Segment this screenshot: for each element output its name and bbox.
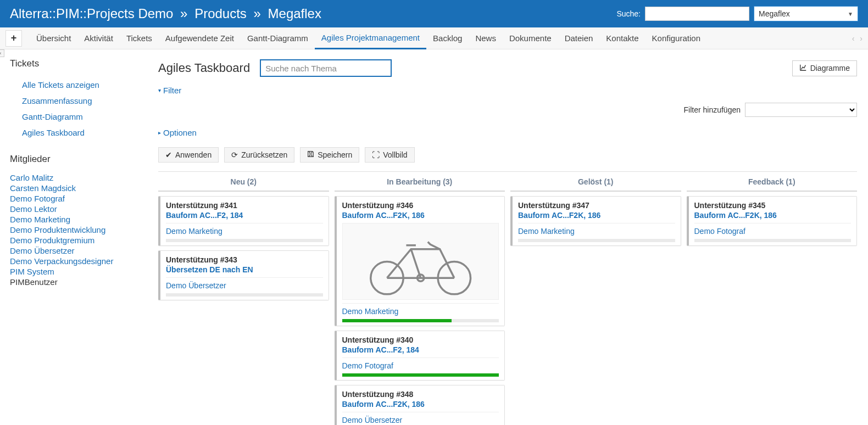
member-link[interactable]: Demo Fotograf — [10, 194, 65, 203]
check-icon: ✔ — [165, 150, 172, 159]
member-link[interactable]: Carsten Magdsick — [10, 183, 76, 193]
tab-news[interactable]: News — [469, 27, 503, 49]
card-type: Unterstützung #348 — [342, 390, 499, 399]
tab-gantt-diagramm[interactable]: Gantt-Diagramm — [241, 27, 315, 49]
card-subject[interactable]: Übersetzen DE nach EN — [166, 265, 323, 274]
task-card[interactable]: Unterstützung #348Bauform AC...F2K, 186D… — [335, 385, 505, 425]
breadcrumb-products[interactable]: Products — [194, 6, 247, 21]
breadcrumb: Alterra::PIM::Projects Demo » Products »… — [10, 6, 616, 21]
tab-kontakte[interactable]: Kontakte — [599, 27, 645, 49]
options-toggle[interactable]: ▸ Optionen — [158, 128, 857, 137]
chart-icon — [799, 64, 807, 73]
tab-dateien[interactable]: Dateien — [558, 27, 600, 49]
reset-button[interactable]: ⟳ Zurücksetzen — [224, 147, 294, 163]
diagrams-label: Diagramme — [810, 64, 850, 72]
sidebar-link[interactable]: Alle Tickets anzeigen — [22, 80, 99, 90]
card-assignee[interactable]: Demo Marketing — [166, 227, 323, 236]
column-header: Neu (2) — [158, 172, 329, 192]
sidebar-link[interactable]: Zusammenfassung — [22, 96, 92, 105]
tab-tickets[interactable]: Tickets — [120, 27, 159, 49]
tab-scroll-right[interactable]: › — [860, 34, 863, 43]
save-icon — [307, 150, 314, 159]
card-progress — [166, 293, 323, 297]
tab-konfiguration[interactable]: Konfiguration — [646, 27, 707, 49]
project-selected-label: Megaflex — [759, 9, 790, 18]
card-type: Unterstützung #346 — [342, 201, 499, 210]
card-subject[interactable]: Bauform AC...F2K, 186 — [518, 211, 675, 220]
member-link[interactable]: PIM System — [10, 267, 54, 276]
member-link[interactable]: Demo Produktgremium — [10, 236, 94, 245]
expand-icon: ⛶ — [372, 150, 380, 159]
member-link[interactable]: Carlo Malitz — [10, 173, 53, 182]
top-bar: Alterra::PIM::Projects Demo » Products »… — [0, 0, 868, 27]
tab-dokumente[interactable]: Dokumente — [503, 27, 558, 49]
chevron-right-icon: ▸ — [158, 130, 161, 136]
card-progress — [342, 319, 499, 322]
tab-aufgewendete-zeit[interactable]: Aufgewendete Zeit — [159, 27, 241, 49]
member-link[interactable]: Demo Marketing — [10, 215, 70, 224]
card-progress — [166, 239, 323, 242]
board-column: Gelöst (1)Unterstützung #347Bauform AC..… — [510, 172, 681, 425]
card-progress — [518, 239, 675, 242]
task-card[interactable]: Unterstützung #345Bauform AC...F2K, 186D… — [687, 196, 858, 246]
search-input[interactable] — [645, 7, 749, 21]
fullscreen-button[interactable]: ⛶ Vollbild — [365, 147, 414, 163]
topic-search-input[interactable] — [260, 59, 392, 77]
project-selector[interactable]: Megaflex ▼ — [754, 6, 858, 21]
chevron-down-icon: ▾ — [158, 87, 161, 93]
card-subject[interactable]: Bauform AC...F2, 184 — [166, 211, 323, 220]
tab-aktivit-t[interactable]: Aktivität — [77, 27, 120, 49]
add-filter-select[interactable] — [745, 103, 857, 117]
task-card[interactable]: Unterstützung #341Bauform AC...F2, 184De… — [158, 196, 329, 246]
card-thumbnail — [342, 223, 499, 300]
card-subject[interactable]: Bauform AC...F2, 184 — [342, 345, 499, 354]
main-content: Agiles Taskboard Diagramme ▾ Filter Filt… — [147, 49, 868, 425]
new-item-button[interactable]: + — [5, 30, 22, 47]
card-progress — [342, 373, 499, 377]
card-assignee[interactable]: Demo Marketing — [342, 307, 499, 316]
member-link[interactable]: Demo Übersetzer — [10, 246, 75, 255]
sidebar-tickets-heading: Tickets — [10, 58, 137, 69]
card-assignee[interactable]: Demo Übersetzer — [342, 416, 499, 424]
card-subject[interactable]: Bauform AC...F2K, 186 — [342, 211, 499, 220]
card-type: Unterstützung #345 — [694, 201, 852, 210]
task-card[interactable]: Unterstützung #343Übersetzen DE nach END… — [158, 250, 329, 300]
sidebar-link[interactable]: Agiles Taskboard — [22, 128, 85, 137]
card-progress — [694, 239, 852, 242]
board-column: Neu (2)Unterstützung #341Bauform AC...F2… — [158, 172, 329, 425]
card-type: Unterstützung #341 — [166, 201, 323, 210]
tab--bersicht[interactable]: Übersicht — [30, 27, 77, 49]
card-assignee[interactable]: Demo Übersetzer — [166, 281, 323, 290]
filter-label: Filter — [163, 86, 181, 95]
member-link[interactable]: Demo Produktentwicklung — [10, 225, 105, 234]
card-assignee[interactable]: Demo Marketing — [518, 227, 675, 236]
sidebar-collapse-button[interactable]: ‹ — [0, 49, 4, 57]
card-assignee[interactable]: Demo Fotograf — [342, 361, 499, 370]
tab-backlog[interactable]: Backlog — [426, 27, 469, 49]
member-link[interactable]: Demo Verpackungsdesigner — [10, 256, 113, 266]
board-column: Feedback (1)Unterstützung #345Bauform AC… — [687, 172, 858, 425]
tab-scroll-left[interactable]: ‹ — [852, 34, 855, 43]
options-label: Optionen — [163, 128, 197, 137]
apply-button[interactable]: ✔ Anwenden — [158, 147, 219, 163]
card-assignee[interactable]: Demo Fotograf — [694, 227, 852, 236]
card-type: Unterstützung #340 — [342, 335, 499, 344]
sidebar-link[interactable]: Gantt-Diagramm — [22, 112, 83, 121]
task-card[interactable]: Unterstützung #346Bauform AC...F2K, 186D… — [335, 196, 505, 326]
column-header: Feedback (1) — [687, 172, 858, 192]
save-button[interactable]: Speichern — [300, 147, 359, 163]
filter-toggle[interactable]: ▾ Filter — [158, 86, 857, 95]
column-header: Gelöst (1) — [510, 172, 681, 192]
breadcrumb-current[interactable]: Megaflex — [268, 6, 321, 21]
tab-agiles-projektmanagement[interactable]: Agiles Projektmanagement — [315, 27, 426, 49]
diagrams-button[interactable]: Diagramme — [792, 60, 857, 76]
breadcrumb-root[interactable]: Alterra::PIM::Projects Demo — [10, 6, 173, 21]
chevron-down-icon: ▼ — [848, 11, 853, 17]
page-title: Agiles Taskboard — [158, 61, 250, 75]
task-card[interactable]: Unterstützung #340Bauform AC...F2, 184De… — [335, 331, 505, 381]
task-card[interactable]: Unterstützung #347Bauform AC...F2K, 186D… — [510, 196, 681, 246]
card-subject[interactable]: Bauform AC...F2K, 186 — [694, 211, 852, 220]
card-type: Unterstützung #343 — [166, 255, 323, 264]
card-subject[interactable]: Bauform AC...F2K, 186 — [342, 400, 499, 409]
member-link[interactable]: Demo Lektor — [10, 204, 57, 214]
